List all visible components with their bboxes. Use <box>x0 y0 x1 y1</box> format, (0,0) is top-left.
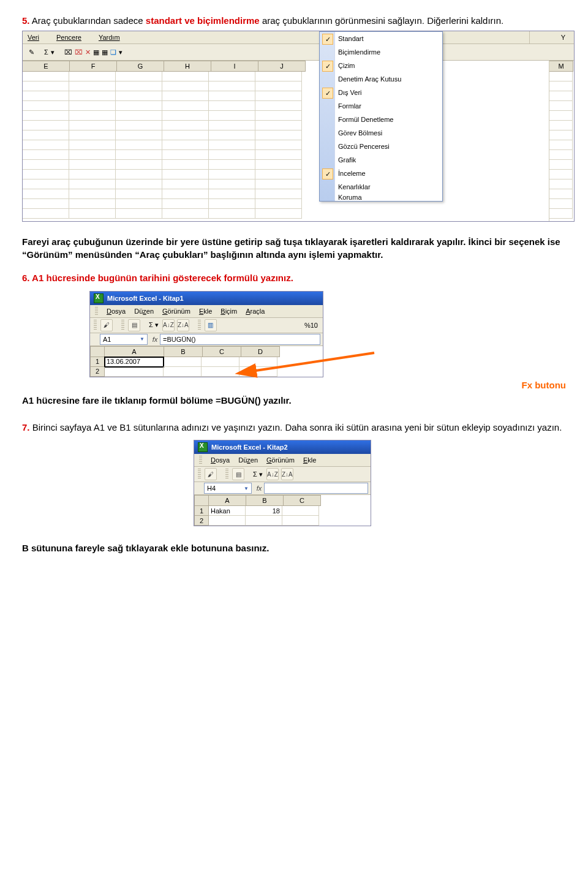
sort-desc-icon[interactable]: Z↓A <box>177 319 189 331</box>
col-header[interactable]: A <box>209 495 246 506</box>
cell[interactable] <box>246 516 282 526</box>
ctx-item-koruma[interactable]: Koruma <box>320 194 442 201</box>
zoom-value[interactable]: %10 <box>303 322 319 329</box>
toolbar-button[interactable]: ▾ <box>119 48 123 56</box>
col-header[interactable]: C <box>203 346 241 357</box>
menu-item[interactable]: Düzen <box>134 308 154 315</box>
row-header[interactable]: 2 <box>90 367 105 377</box>
select-all-corner[interactable] <box>90 346 105 357</box>
formula-input[interactable]: =BUGÜN() <box>160 334 320 345</box>
cell[interactable] <box>282 516 319 526</box>
sort-asc-icon[interactable]: A↓Z <box>266 468 279 480</box>
ctx-item-disveri[interactable]: ✓Dış Veri <box>320 86 442 99</box>
col-header[interactable]: B <box>246 495 284 506</box>
cell[interactable] <box>282 506 319 516</box>
menu-item[interactable]: Dosya <box>211 456 230 464</box>
sigma-icon[interactable]: Σ ▾ <box>252 470 264 478</box>
ctx-item-cizim[interactable]: ✓Çizim <box>320 59 442 72</box>
screenshot-formula: Microsoft Excel - Kitap1 DDosyaosya Düze… <box>89 291 323 377</box>
formula-input[interactable] <box>264 483 368 494</box>
col-header[interactable]: I <box>211 61 258 72</box>
chevron-down-icon[interactable]: ▼ <box>244 486 249 491</box>
cell[interactable] <box>202 367 239 377</box>
toolbar-button[interactable]: ✕ <box>85 48 91 56</box>
toolbar-button[interactable]: ⌧ <box>64 48 72 56</box>
toolbar-button[interactable]: Σ <box>44 48 48 56</box>
menu-item[interactable]: Yardım <box>99 34 120 41</box>
col-header[interactable]: B <box>164 346 203 357</box>
cell[interactable] <box>209 516 246 526</box>
menu-item[interactable]: Ekle <box>303 456 316 464</box>
col-header[interactable]: C <box>284 495 321 506</box>
q5-keyword: standart ve biçimlendirme <box>146 15 260 26</box>
chart-icon[interactable]: ▥ <box>205 319 217 331</box>
sort-asc-icon[interactable]: A↓Z <box>162 319 175 331</box>
row-header[interactable]: 1 <box>90 357 105 367</box>
grid: A B C D 1 13.06.2007 2 <box>90 346 323 377</box>
sigma-icon[interactable]: Σ ▾ <box>148 321 160 329</box>
col-header[interactable]: G <box>117 61 164 72</box>
name-box[interactable]: A1▼ <box>100 334 148 345</box>
chevron-down-icon[interactable]: ▼ <box>140 336 145 342</box>
formula-bar: H4▼ fx <box>194 482 371 495</box>
toolbar-button[interactable]: ✎ <box>29 48 34 56</box>
ctx-item-gorevbolmesi[interactable]: Görev Bölmesi <box>320 126 442 140</box>
toolbar-button[interactable]: ▾ <box>51 48 55 56</box>
sort-icon[interactable]: ▤ <box>128 319 140 331</box>
menu-item[interactable]: Düzen <box>238 456 258 464</box>
row-header[interactable]: 2 <box>194 516 209 526</box>
col-header[interactable]: F <box>70 61 117 72</box>
cell[interactable] <box>105 367 164 377</box>
cell[interactable] <box>164 357 202 367</box>
sort-icon[interactable]: ▤ <box>232 468 244 480</box>
menu-item[interactable]: Veri <box>28 34 39 41</box>
check-icon: ✓ <box>322 168 333 179</box>
menu-item[interactable]: DDosyaosya <box>107 308 126 315</box>
ctx-item-gozcu[interactable]: Gözcü Penceresi <box>320 140 442 153</box>
menu-item[interactable]: Pencere <box>56 34 81 41</box>
menu-item[interactable]: Y <box>547 34 569 41</box>
ctx-item-formuldenetleme[interactable]: Formül Denetleme <box>320 113 442 126</box>
cell[interactable] <box>164 367 202 377</box>
cell-a1[interactable]: 13.06.2007 <box>105 357 164 367</box>
brush-icon[interactable]: 🖌 <box>205 468 217 480</box>
ctx-item-bicimlendirme[interactable]: Biçimlendirme <box>320 45 442 59</box>
menubar: DDosyaosya Düzen Görünüm Ekle Biçim Araç… <box>90 305 323 318</box>
menu-item[interactable]: Ekle <box>199 308 212 315</box>
row-header[interactable]: 1 <box>194 506 209 516</box>
q5-explanation: Fareyi araç çubuğunun üzerinde bir yere … <box>22 235 566 261</box>
ctx-item-standart[interactable]: ✓Standart <box>320 32 442 45</box>
ctx-item-inceleme[interactable]: ✓İnceleme <box>320 167 442 180</box>
col-header[interactable]: J <box>258 61 306 72</box>
toolbar-button[interactable]: ▦ <box>102 48 108 56</box>
toolbar-button[interactable]: ⌧ <box>75 48 83 56</box>
toolbar-button[interactable]: ❏ <box>110 48 116 56</box>
ctx-item-denetim[interactable]: Denetim Araç Kutusu <box>320 72 442 86</box>
ctx-item-formlar[interactable]: Formlar <box>320 99 442 113</box>
menu-item[interactable]: Görünüm <box>162 308 190 315</box>
brush-icon[interactable]: 🖌 <box>100 319 113 331</box>
cell[interactable] <box>239 357 277 367</box>
sort-desc-icon[interactable]: Z↓A <box>281 468 293 480</box>
fx-button[interactable]: fx <box>254 485 264 492</box>
toolbar-button[interactable]: ▦ <box>93 48 99 56</box>
select-all-corner[interactable] <box>194 495 209 506</box>
ctx-item-grafik[interactable]: Grafik <box>320 153 442 167</box>
col-header[interactable]: A <box>105 346 164 357</box>
ctx-item-kenarliklar[interactable]: Kenarlıklar <box>320 180 442 194</box>
menu-item[interactable]: Araçla <box>246 308 265 315</box>
name-box[interactable]: H4▼ <box>204 483 252 494</box>
fx-button[interactable]: fx <box>150 336 160 343</box>
col-header[interactable]: D <box>241 346 280 357</box>
cell-a1[interactable]: Hakan <box>209 506 246 516</box>
cell[interactable] <box>202 357 239 367</box>
col-header[interactable]: M <box>549 61 573 72</box>
q6-answer: A1 hücresine fare ile tıklanıp formül bö… <box>22 395 510 407</box>
menu-item[interactable]: Görünüm <box>266 456 295 464</box>
col-header[interactable]: E <box>23 61 70 72</box>
menu-item[interactable]: Biçim <box>221 308 237 315</box>
toolbars-context-menu: ✓Standart Biçimlendirme ✓Çizim Denetim A… <box>319 31 443 202</box>
cell-b1[interactable]: 18 <box>246 506 282 516</box>
cell[interactable] <box>239 367 277 377</box>
col-header[interactable]: H <box>164 61 211 72</box>
